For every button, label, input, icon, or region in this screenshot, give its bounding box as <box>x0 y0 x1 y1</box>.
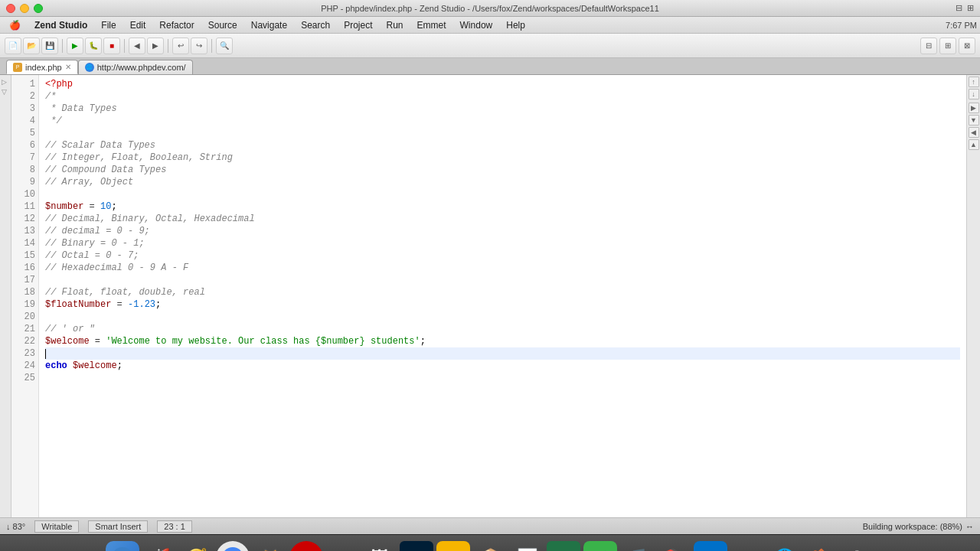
code-editor[interactable]: <?php /* * Data Types */ // Scalar Data … <box>39 75 966 517</box>
dock-firefox[interactable]: 🦊 <box>253 541 286 552</box>
dock-chrome[interactable] <box>216 541 250 552</box>
app-name[interactable]: Zend Studio <box>28 19 93 31</box>
search-button[interactable]: 🔍 <box>216 37 233 54</box>
dock-systemprefs[interactable]: ⚙ <box>730 541 764 552</box>
tab-label-browser: http://www.phpdev.com/ <box>97 63 186 72</box>
open-button[interactable]: 📂 <box>23 37 40 54</box>
tab-close-index[interactable]: ✕ <box>65 63 71 71</box>
menu-window[interactable]: Window <box>454 19 499 31</box>
run-button[interactable]: ▶ <box>67 37 83 54</box>
code-line-3: * Data Types <box>45 103 960 115</box>
code-line-18: // Float, float, double, real <box>45 286 960 298</box>
dock-grid[interactable]: ⊞ <box>326 541 360 552</box>
dock-opera[interactable]: O <box>289 541 323 552</box>
save-button[interactable]: 💾 <box>41 37 58 54</box>
toolbar-sep-3 <box>168 39 168 53</box>
dock-trash[interactable]: 🗑 <box>841 541 874 552</box>
sidebar-btn-4[interactable]: ▼ <box>969 115 979 126</box>
sidebar-btn-1[interactable]: ↑ <box>969 77 979 87</box>
toolbar-sep-1 <box>62 39 63 53</box>
redo-button[interactable]: ↪ <box>191 37 207 54</box>
menu-navigate[interactable]: Navigate <box>245 19 293 31</box>
code-line-17 <box>45 274 960 286</box>
code-line-24: echo $welcome; <box>45 360 960 372</box>
resize-handle[interactable]: ↔ <box>965 522 974 531</box>
dock-sketch[interactable]: S <box>436 541 470 552</box>
resize-icon[interactable]: ⊟ <box>956 3 962 13</box>
fullscreen-icon[interactable]: ⊞ <box>967 3 974 13</box>
code-line-22: $welcome = 'Welcome to my website. Our c… <box>45 335 960 347</box>
title-bar: PHP - phpdev/index.php - Zend Studio - /… <box>0 0 980 17</box>
code-line-13: // decimal = 0 - 9; <box>45 225 960 237</box>
back-button[interactable]: ◀ <box>129 37 145 54</box>
dock-transmit[interactable]: 📦 <box>473 541 507 552</box>
code-line-19: $floatNumber = -1.23; <box>45 298 960 311</box>
menu-emmet[interactable]: Emmet <box>411 19 452 31</box>
apple-menu[interactable]: 🍎 <box>3 19 27 31</box>
sidebar-btn-5[interactable]: ◀ <box>969 127 979 138</box>
gutter-expand-icon[interactable]: ▽ <box>2 88 10 96</box>
menu-help[interactable]: Help <box>500 19 531 31</box>
toolbar-sep-2 <box>124 39 125 53</box>
minimize-button[interactable] <box>20 4 29 13</box>
dock-home[interactable]: 🏠 <box>804 541 838 552</box>
menu-bar: 🍎 Zend Studio File Edit Refactor Source … <box>0 17 980 34</box>
editor-container: ▷ ▽ 1 2 3 4 5 6 7 8 9 10 11 12 13 14 15 … <box>0 75 980 517</box>
code-line-2: /* <box>45 90 960 103</box>
dock-launchpad[interactable]: 🚀 <box>142 541 176 552</box>
left-gutter: ▷ ▽ <box>0 75 11 517</box>
code-line-4: */ <box>45 115 960 127</box>
maximize-button[interactable] <box>34 4 43 13</box>
code-line-20 <box>45 311 960 323</box>
new-file-button[interactable]: 📄 <box>5 37 21 54</box>
dock-facetime[interactable]: 📹 <box>583 541 617 552</box>
code-line-1: <?php <box>45 78 960 90</box>
menu-source[interactable]: Source <box>202 19 243 31</box>
menu-run[interactable]: Run <box>381 19 410 31</box>
menu-refactor[interactable]: Refactor <box>153 19 200 31</box>
status-bar: ↓ 83° Writable Smart Insert 23 : 1 Build… <box>0 517 980 534</box>
gutter-collapse-icon[interactable]: ▷ <box>2 78 10 86</box>
menu-file[interactable]: File <box>95 19 122 31</box>
menu-project[interactable]: Project <box>338 19 378 31</box>
toolbar: 📄 📂 💾 ▶ 🐛 ■ ◀ ▶ ↩ ↪ 🔍 ⊟ ⊞ ⊠ <box>0 34 980 58</box>
svg-point-2 <box>222 547 243 552</box>
tab-label-index: index.php <box>25 63 62 72</box>
sidebar-btn-2[interactable]: ↓ <box>969 89 979 99</box>
stop-button[interactable]: ■ <box>103 37 120 54</box>
code-line-12: // Decimal, Binary, Octal, Hexadecimal <box>45 213 960 225</box>
dock-itunes[interactable]: 🎵 <box>620 541 654 552</box>
dock-excel[interactable]: xlsx <box>547 541 580 552</box>
code-line-8: // Compound Data Types <box>45 164 960 176</box>
code-line-16: // Hexadecimal 0 - 9 A - F <box>45 262 960 274</box>
code-line-10 <box>45 188 960 201</box>
dock-finder[interactable]: 🗂 <box>106 541 139 552</box>
tab-browser[interactable]: 🌐 http://www.phpdev.com/ <box>78 60 193 74</box>
sidebar-btn-3[interactable]: ▶ <box>969 103 979 113</box>
dock-ebooks[interactable]: 📚 <box>657 541 691 552</box>
forward-button[interactable]: ▶ <box>147 37 164 54</box>
dock-safari[interactable]: 🧭 <box>179 541 213 552</box>
browser-tab-icon: 🌐 <box>85 63 94 72</box>
code-line-6: // Scalar Data Types <box>45 139 960 152</box>
menu-search[interactable]: Search <box>295 19 336 31</box>
status-left: ↓ 83° <box>6 522 25 531</box>
svg-point-0 <box>112 547 133 552</box>
menu-edit[interactable]: Edit <box>124 19 152 31</box>
panel-toggle-3[interactable]: ⊠ <box>959 37 975 54</box>
window-title: PHP - phpdev/index.php - Zend Studio - /… <box>321 4 659 13</box>
close-button[interactable] <box>6 4 15 13</box>
dock-photoshop[interactable]: Ps <box>400 541 433 552</box>
panel-toggle-2[interactable]: ⊞ <box>939 37 956 54</box>
dock-appstore[interactable]: A <box>694 541 727 552</box>
tab-index-php[interactable]: P index.php ✕ <box>6 60 78 74</box>
debug-button[interactable]: 🐛 <box>85 37 102 54</box>
panel-toggle-1[interactable]: ⊟ <box>920 37 937 54</box>
undo-button[interactable]: ↩ <box>172 37 189 54</box>
line-indicator: ↓ 83° <box>6 522 25 531</box>
dock-preview[interactable]: 🖼 <box>363 541 397 552</box>
sidebar-btn-6[interactable]: ▲ <box>969 139 979 150</box>
dock-chrome2[interactable]: 🌐 <box>767 541 801 552</box>
code-line-7: // Integer, Float, Boolean, String <box>45 152 960 164</box>
dock-numbers[interactable]: 📊 <box>510 541 544 552</box>
